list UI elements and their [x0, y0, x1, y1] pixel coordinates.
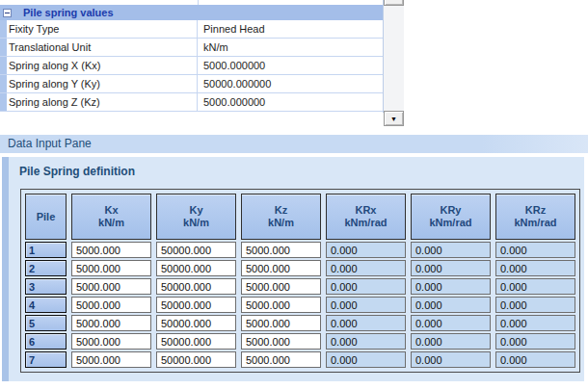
pane-left-edge — [2, 157, 9, 381]
cell-kry[interactable]: 0.000 — [411, 315, 491, 331]
cell-kz[interactable]: 5000.000 — [241, 351, 321, 368]
column-header-krx: KRx kNm/rad — [326, 194, 406, 240]
cell-kry[interactable]: 0.000 — [411, 351, 491, 368]
cell-kx[interactable]: 5000.000 — [71, 351, 151, 368]
cell-kx[interactable]: 5000.000 — [71, 333, 151, 350]
column-label: Pile — [37, 211, 56, 223]
cell-kz[interactable]: 5000.000 — [241, 260, 321, 276]
category-label: Pile spring values — [23, 7, 114, 18]
cell-kry[interactable]: 0.000 — [411, 333, 491, 350]
property-row-translational-unit[interactable]: Translational Unit kN/m — [0, 39, 383, 57]
column-unit: kN/m — [183, 217, 209, 229]
row-header[interactable]: 5 — [25, 315, 67, 331]
cell-krz[interactable]: 0.000 — [495, 260, 575, 276]
cell-krz[interactable]: 0.000 — [495, 315, 575, 331]
cell-kz[interactable]: 5000.000 — [241, 297, 321, 313]
cell-krz[interactable]: 0.000 — [495, 297, 575, 313]
column-label: KRy — [440, 204, 461, 217]
column-header-pile: Pile — [25, 194, 67, 240]
vertical-scrollbar[interactable]: ▼ — [384, 0, 404, 126]
column-unit: kN/m — [98, 217, 124, 229]
down-arrow-icon: ▼ — [390, 116, 397, 122]
cell-krx[interactable]: 0.000 — [326, 260, 406, 276]
cell-kz[interactable]: 5000.000 — [241, 315, 321, 331]
cell-ky[interactable]: 50000.000 — [156, 333, 236, 350]
cell-krz[interactable]: 0.000 — [495, 278, 575, 295]
property-value[interactable]: kN/m — [198, 39, 383, 56]
cell-kx[interactable]: 5000.000 — [71, 278, 151, 295]
cell-kz[interactable]: 5000.000 — [241, 242, 321, 258]
property-name: Spring along X (Kx) — [7, 57, 198, 74]
column-unit: kNm/rad — [514, 217, 556, 229]
cell-krx[interactable]: 0.000 — [326, 333, 406, 350]
column-unit: kN/m — [268, 217, 294, 229]
column-label: KRx — [355, 204, 376, 217]
category-indent-strip — [0, 39, 7, 56]
data-input-pane: Pile Spring definition Pile Kx kN/m Ky k… — [2, 157, 584, 381]
collapse-minus-icon[interactable] — [3, 9, 12, 17]
column-label: Kz — [275, 204, 287, 217]
row-header[interactable]: 3 — [25, 278, 67, 295]
column-unit: kNm/rad — [344, 217, 387, 229]
cell-ky[interactable]: 50000.000 — [156, 278, 236, 295]
cell-krz[interactable]: 0.000 — [495, 242, 575, 258]
column-label: Kx — [104, 204, 118, 217]
section-title: Pile Spring definition — [19, 165, 135, 178]
cell-krx[interactable]: 0.000 — [326, 315, 406, 331]
cell-krz[interactable]: 0.000 — [495, 333, 575, 350]
cell-ky[interactable]: 50000.000 — [156, 260, 236, 276]
column-header-ky: Ky kN/m — [156, 194, 236, 240]
category-indent-strip — [0, 20, 7, 38]
property-row-spring-y[interactable]: Spring along Y (Ky) 50000.000000 — [0, 75, 383, 93]
cell-kx[interactable]: 5000.000 — [71, 315, 151, 331]
cell-kz[interactable]: 5000.000 — [241, 278, 321, 295]
cell-kx[interactable]: 5000.000 — [71, 260, 151, 276]
column-header-kx: Kx kN/m — [71, 194, 151, 240]
property-grid: Pile spring values Fixity Type Pinned He… — [0, 0, 384, 113]
cell-kry[interactable]: 0.000 — [411, 278, 491, 295]
property-value[interactable]: 5000.000000 — [198, 93, 383, 111]
row-header[interactable]: 4 — [25, 297, 67, 313]
cell-krz[interactable]: 0.000 — [495, 351, 575, 368]
property-row-spring-x[interactable]: Spring along X (Kx) 5000.000000 — [0, 57, 383, 75]
pane-title: Data Input Pane — [8, 137, 92, 150]
scrollbar-thumb[interactable] — [384, 0, 404, 6]
scroll-down-button[interactable]: ▼ — [384, 111, 404, 126]
cell-ky[interactable]: 50000.000 — [156, 242, 236, 258]
row-header[interactable]: 7 — [25, 351, 67, 368]
column-unit: kNm/rad — [429, 217, 471, 229]
cell-krx[interactable]: 0.000 — [326, 297, 406, 313]
cell-ky[interactable]: 50000.000 — [156, 315, 236, 331]
cell-kry[interactable]: 0.000 — [411, 242, 491, 258]
property-value[interactable]: 50000.000000 — [198, 75, 383, 92]
column-label: Ky — [189, 204, 202, 217]
category-indent-strip — [0, 75, 7, 92]
cell-kx[interactable]: 5000.000 — [71, 297, 151, 313]
cell-ky[interactable]: 50000.000 — [156, 297, 236, 313]
cell-ky[interactable]: 50000.000 — [156, 351, 236, 368]
row-header[interactable]: 1 — [25, 242, 67, 258]
property-name: Spring along Z (Kz) — [7, 93, 198, 111]
property-value[interactable]: Pinned Head — [198, 20, 383, 38]
cell-krx[interactable]: 0.000 — [326, 242, 406, 258]
property-value[interactable]: 5000.000000 — [198, 57, 383, 74]
column-divider — [198, 0, 199, 5]
pane-title-bar[interactable]: Data Input Pane — [0, 135, 588, 153]
row-header[interactable]: 2 — [25, 260, 67, 276]
scrollbar-track[interactable] — [384, 6, 404, 111]
property-row-spring-z[interactable]: Spring along Z (Kz) 5000.000000 — [0, 93, 383, 112]
cell-krx[interactable]: 0.000 — [326, 278, 406, 295]
cell-kx[interactable]: 5000.000 — [71, 242, 151, 258]
pile-spring-table: Pile Kx kN/m Ky kN/m Kz kN/m KRx kNm/rad… — [20, 189, 580, 373]
cell-krx[interactable]: 0.000 — [326, 351, 406, 368]
partial-row — [0, 0, 383, 5]
property-row-fixity-type[interactable]: Fixity Type Pinned Head — [0, 20, 383, 39]
cell-kz[interactable]: 5000.000 — [241, 333, 321, 350]
row-header[interactable]: 6 — [25, 333, 67, 350]
category-row-pile-spring-values[interactable]: Pile spring values — [0, 5, 383, 20]
column-header-kz: Kz kN/m — [241, 194, 321, 240]
category-indent-strip — [0, 93, 7, 111]
cell-kry[interactable]: 0.000 — [411, 297, 491, 313]
column-header-kry: KRy kNm/rad — [411, 194, 491, 240]
cell-kry[interactable]: 0.000 — [411, 260, 491, 276]
